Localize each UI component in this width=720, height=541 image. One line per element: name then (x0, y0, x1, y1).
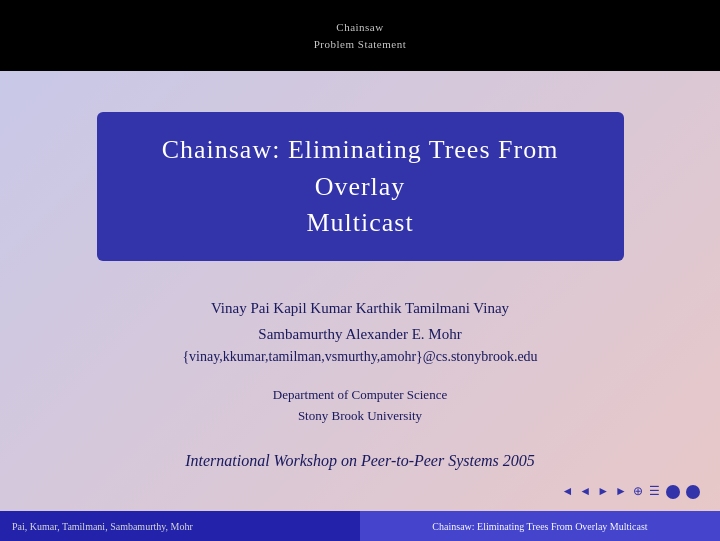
bottom-bar: Pai, Kumar, Tamilmani, Sambamurthy, Mohr… (0, 511, 720, 541)
footer-title: Chainsaw: Eliminating Trees From Overlay… (360, 511, 720, 541)
nav-left2-icon[interactable]: ◄ (579, 484, 591, 499)
nav-left-icon[interactable]: ◄ (561, 484, 573, 499)
department-name: Department of Computer Science Stony Bro… (273, 385, 447, 427)
nav-search-icon[interactable]: ⊕ (633, 484, 643, 499)
presentation-title: Chainsaw: Eliminating Trees From Overlay… (137, 132, 584, 241)
nav-circle2-icon[interactable] (686, 485, 700, 499)
nav-circle-icon[interactable] (666, 485, 680, 499)
slide-header-text: Chainsaw Problem Statement (314, 19, 407, 52)
conference-name: International Workshop on Peer-to-Peer S… (185, 452, 535, 470)
main-content: Chainsaw: Eliminating Trees From Overlay… (0, 71, 720, 511)
slide-container: Chainsaw Problem Statement Chainsaw: Eli… (0, 0, 720, 541)
title-box: Chainsaw: Eliminating Trees From Overlay… (97, 112, 624, 261)
nav-bookmark-icon[interactable]: ☰ (649, 484, 660, 499)
footer-authors: Pai, Kumar, Tamilmani, Sambamurthy, Mohr (0, 521, 360, 532)
nav-right-icon[interactable]: ► (597, 484, 609, 499)
nav-right2-icon[interactable]: ► (615, 484, 627, 499)
navigation-icons[interactable]: ◄ ◄ ► ► ⊕ ☰ (561, 484, 700, 499)
department-section: Department of Computer Science Stony Bro… (273, 385, 447, 427)
top-bar: Chainsaw Problem Statement (0, 0, 720, 71)
author-names: Vinay Pai Kapil Kumar Karthik Tamilmani … (182, 296, 537, 347)
conference-section: International Workshop on Peer-to-Peer S… (185, 452, 535, 470)
authors-section: Vinay Pai Kapil Kumar Karthik Tamilmani … (182, 296, 537, 365)
author-email: {vinay,kkumar,tamilman,vsmurthy,amohr}@c… (182, 349, 537, 365)
